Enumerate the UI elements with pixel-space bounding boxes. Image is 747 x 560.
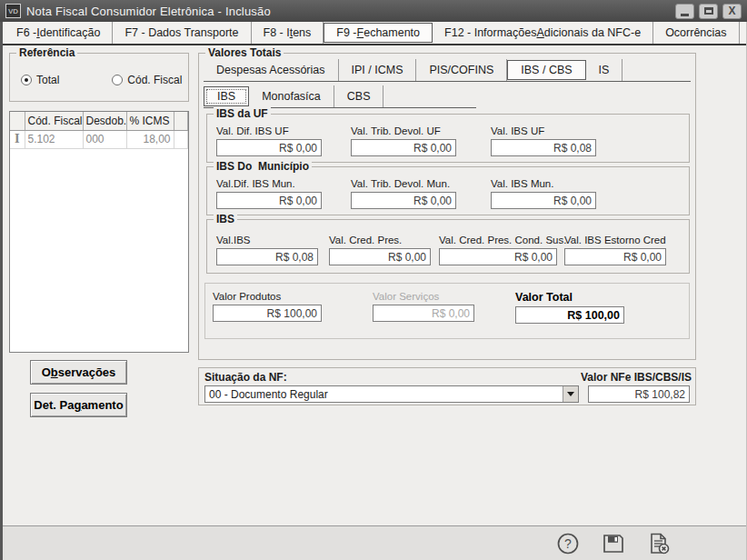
bottom-toolbar: ? [0, 525, 747, 560]
window-controls: X [675, 4, 742, 19]
ibs-da-uf-groupbox: IBS da UF Val. Dif. IBS UF Val. Trib. De… [206, 114, 690, 163]
cancel-document-icon[interactable] [647, 532, 671, 555]
val-ibs-estorno-cred-field[interactable] [564, 248, 666, 265]
valor-nfe-field[interactable] [588, 385, 690, 403]
situacao-label: Situação da NF: [204, 371, 287, 384]
valor-servicos-label: Valor Serviços [373, 291, 474, 302]
maximize-icon[interactable] [699, 4, 718, 19]
help-icon[interactable]: ? [556, 532, 580, 555]
ibs-da-uf-title: IBS da UF [214, 107, 271, 120]
tab-f8-itens[interactable]: F8 - Itens [252, 22, 324, 44]
radio-total-label: Total [36, 74, 59, 86]
tab-f7-dados-transporte[interactable]: F7 - Dados Transporte [113, 22, 251, 44]
radio-cod-fiscal-dot [112, 75, 123, 85]
val-cred-pres-field[interactable] [329, 248, 431, 265]
tab-despesas-acessorias[interactable]: Despesas Acessórias [204, 59, 339, 81]
val-cred-pres-cond-sus-label: Val. Cred. Pres. Cond. Sus. [439, 235, 557, 245]
val-ibs-field[interactable] [216, 248, 318, 265]
chevron-down-icon[interactable] [563, 386, 578, 402]
val-ibs-uf-label: Val. IBS UF [491, 125, 596, 136]
val-trib-devol-uf-label: Val. Trib. Devol. UF [351, 125, 456, 136]
val-cred-pres-label: Val. Cred. Pres. [329, 235, 431, 245]
table-row[interactable]: I 5.102 000 18,00 [10, 130, 188, 148]
cod-fiscal-grid[interactable]: Cód. Fiscal Desdob. % ICMS I 5.102 000 1… [9, 111, 189, 353]
situacao-box: Situação da NF: 00 - Documento Regular V… [198, 367, 696, 405]
tab-is[interactable]: IS [586, 59, 622, 81]
ibs-do-municipio-title: IBS Do Município [214, 160, 312, 173]
valores-totais-title: Valores Totais [205, 46, 284, 59]
val-dif-ibs-uf-field[interactable] [216, 139, 322, 156]
ibs-title: IBS [214, 213, 237, 225]
valores-tab-bar: Despesas Acessórias IPI / ICMS PIS/COFIN… [204, 59, 691, 82]
val-ibs-mun-label: Val. IBS Mun. [491, 178, 596, 189]
grid-header-cod-fiscal[interactable]: Cód. Fiscal [25, 112, 83, 130]
cell-cod-fiscal[interactable]: 5.102 [25, 130, 83, 148]
val-dif-ibs-uf-label: Val. Dif. IBS UF [216, 125, 322, 136]
valor-produtos-label: Valor Produtos [213, 291, 322, 302]
close-icon[interactable]: X [722, 4, 742, 19]
val-trib-devol-mun-label: Val. Trib. Devol. Mun. [351, 178, 456, 189]
cell-icms[interactable]: 18,00 [126, 130, 174, 148]
cell-desdob[interactable]: 000 [83, 130, 126, 148]
valor-total-label: Valor Total [515, 291, 624, 304]
referencia-groupbox: Referência Total Cód. Fiscal [9, 53, 189, 102]
tab-cbs[interactable]: CBS [334, 85, 384, 107]
grid-header-marker [10, 112, 25, 130]
valores-totais-groupbox: Valores Totais Despesas Acessórias IPI /… [198, 53, 696, 360]
grid-header-row: Cód. Fiscal Desdob. % ICMS [10, 112, 188, 130]
tab-pis-cofins[interactable]: PIS/COFINS [416, 59, 507, 81]
svg-text:?: ? [564, 536, 572, 551]
radio-total-dot [21, 75, 32, 85]
text-cursor-icon: I [10, 130, 25, 148]
grid-header-desdob[interactable]: Desdob. [83, 112, 126, 130]
val-ibs-label: Val.IBS [216, 235, 318, 245]
grid-header-filler [174, 112, 188, 130]
radio-cod-fiscal-label: Cód. Fiscal [127, 74, 182, 86]
grid-header-icms[interactable]: % ICMS [126, 112, 174, 130]
ibs-groupbox: IBS Val.IBS Val. Cred. Pres. Val. Cred. … [206, 219, 690, 274]
tab-ipi-icms[interactable]: IPI / ICMS [339, 59, 417, 81]
referencia-title: Referência [16, 46, 77, 59]
valor-servicos-field [373, 305, 474, 322]
minimize-icon[interactable] [675, 4, 694, 19]
title-bar[interactable]: VD Nota Fiscal Consumidor Eletrônica - I… [0, 0, 747, 22]
observacoes-button[interactable]: Observações [30, 360, 127, 385]
ibs-cbs-tab-bar: IBS Monofasíca CBS [204, 85, 476, 108]
det-pagamento-button[interactable]: Det. Pagamento [30, 393, 127, 417]
totais-panel: Valor Produtos Valor Serviços Valor Tota… [204, 283, 690, 339]
valor-nfe-label: Valor NFe IBS/CBS/IS [581, 371, 690, 384]
val-cred-pres-cond-sus-field[interactable] [439, 248, 557, 265]
val-ibs-uf-field[interactable] [491, 139, 596, 156]
val-ibs-mun-field[interactable] [491, 192, 596, 209]
radio-total[interactable]: Total [21, 74, 59, 86]
save-icon[interactable] [602, 532, 625, 555]
valor-produtos-field[interactable] [213, 305, 322, 322]
window-title: Nota Fiscal Consumidor Eletrônica - Incl… [26, 5, 271, 18]
tab-ibs[interactable]: IBS [204, 86, 249, 106]
main-tab-bar: F6 - Identificação F7 - Dados Transporte… [0, 22, 747, 45]
tab-ibs-cbs[interactable]: IBS / CBS [507, 60, 585, 80]
situacao-selected-option: 00 - Documento Regular [205, 388, 563, 401]
tab-f12-informacoes-adicionais[interactable]: F12 - Informações Adicionais da NFC-e [433, 22, 653, 44]
val-trib-devol-uf-field[interactable] [351, 139, 456, 156]
valor-total-field[interactable] [515, 306, 624, 324]
val-ibs-estorno-cred-label: Val. IBS Estorno Cred [564, 235, 666, 245]
val-dif-ibs-mun-label: Val.Dif. IBS Mun. [216, 178, 322, 189]
app-icon: VD [5, 4, 21, 18]
val-trib-devol-mun-field[interactable] [351, 192, 456, 209]
val-dif-ibs-mun-field[interactable] [216, 192, 322, 209]
nfc-e-window: VD Nota Fiscal Consumidor Eletrônica - I… [0, 0, 747, 560]
ibs-do-municipio-groupbox: IBS Do Município Val.Dif. IBS Mun. Val. … [206, 166, 690, 215]
radio-cod-fiscal[interactable]: Cód. Fiscal [112, 74, 182, 86]
tab-f6-identificacao[interactable]: F6 - Identificação [5, 22, 113, 44]
situacao-combobox[interactable]: 00 - Documento Regular [204, 385, 579, 403]
tab-monofasica[interactable]: Monofasíca [249, 85, 334, 107]
tab-f9-fechamento[interactable]: F9 - Fechamento [324, 23, 433, 43]
tab-ocorrencias[interactable]: Ocorrências [653, 22, 739, 44]
